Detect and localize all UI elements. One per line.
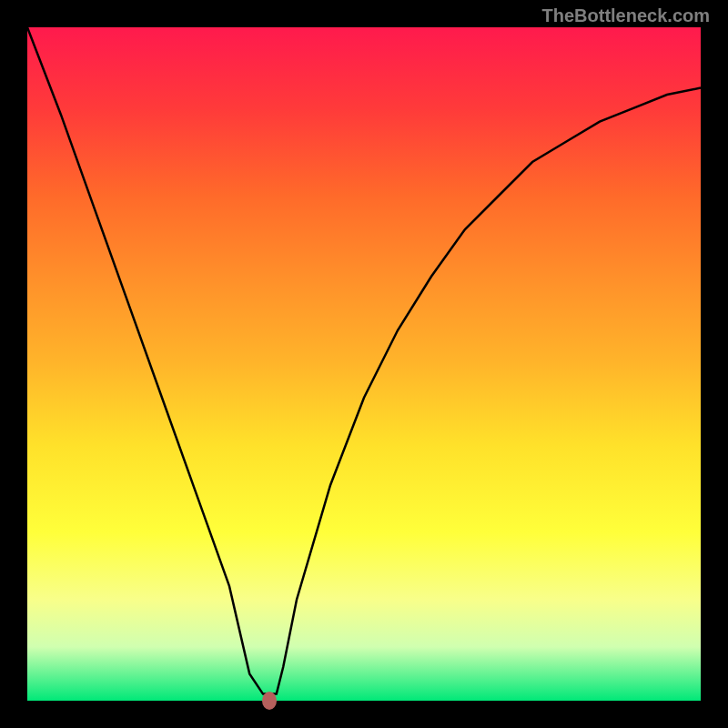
watermark-text: TheBottleneck.com bbox=[542, 5, 710, 26]
bottleneck-curve bbox=[27, 27, 701, 701]
optimum-point-marker bbox=[262, 692, 277, 710]
chart-gradient-background bbox=[27, 27, 701, 701]
